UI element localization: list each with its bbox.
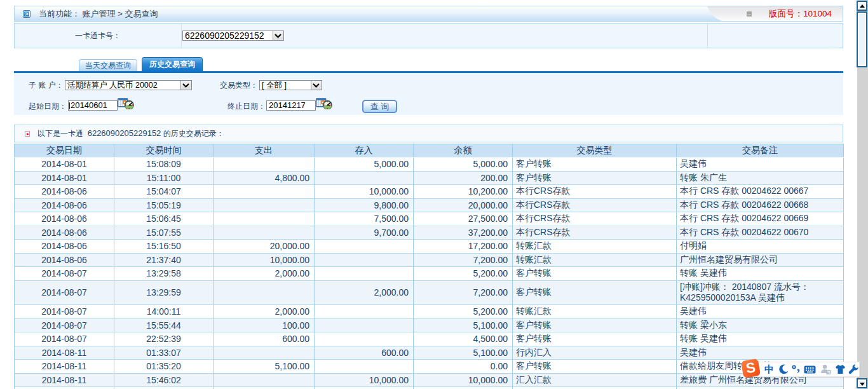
svg-text:u: u <box>827 371 829 374</box>
